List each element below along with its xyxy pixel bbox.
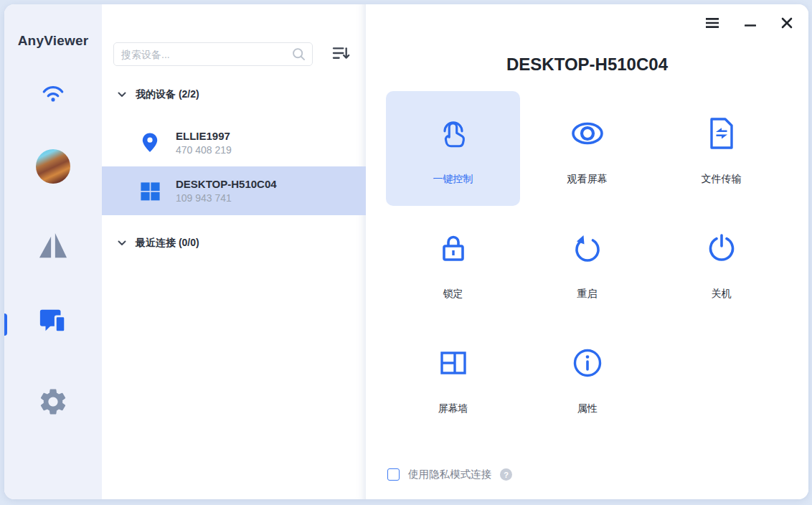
sidebar-item-devices[interactable] xyxy=(37,306,70,339)
close-icon xyxy=(781,17,793,31)
privacy-mode-row: 使用隐私模式连接 ? xyxy=(387,468,512,481)
device-info: ELLIE1997 470 408 219 xyxy=(176,130,232,156)
device-name: DESKTOP-H510C04 xyxy=(176,178,277,190)
close-button[interactable] xyxy=(780,16,794,32)
restart-icon xyxy=(572,230,603,266)
search-box xyxy=(113,42,313,66)
sidebar-item-mirror[interactable] xyxy=(37,232,69,263)
device-row-ellie1997[interactable]: ELLIE1997 470 408 219 xyxy=(102,119,366,166)
mirror-triangles-icon xyxy=(37,232,69,263)
location-pin-icon xyxy=(138,132,161,154)
device-row-desktop-h510c04[interactable]: DESKTOP-H510C04 109 943 741 xyxy=(102,166,366,215)
action-properties[interactable]: 属性 xyxy=(520,321,654,435)
action-label: 属性 xyxy=(577,402,598,415)
action-label: 重启 xyxy=(577,288,598,301)
active-nav-indicator xyxy=(4,313,7,336)
search-icon xyxy=(292,47,306,61)
action-restart[interactable]: 重启 xyxy=(520,206,654,321)
minimize-button[interactable] xyxy=(743,16,757,32)
action-label: 文件传输 xyxy=(702,173,742,186)
anyviewer-window: AnyViewer xyxy=(4,4,808,499)
window-controls xyxy=(704,16,794,32)
action-shutdown[interactable]: 关机 xyxy=(654,206,788,321)
action-one-click-control[interactable]: 一键控制 xyxy=(386,91,520,206)
devices-icon xyxy=(37,306,70,339)
device-id: 109 943 741 xyxy=(176,192,277,204)
screen-wall-icon xyxy=(438,345,469,381)
sidebar: AnyViewer xyxy=(4,4,102,499)
sidebar-item-account[interactable] xyxy=(36,149,70,184)
menu-icon xyxy=(705,17,719,31)
chevron-down-icon xyxy=(118,240,126,246)
chevron-down-icon xyxy=(118,92,126,98)
sort-list-button[interactable] xyxy=(330,45,351,64)
action-label: 关机 xyxy=(712,288,732,301)
user-avatar xyxy=(36,149,70,184)
action-label: 一键控制 xyxy=(433,173,473,186)
info-icon xyxy=(572,345,603,381)
selected-device-title: DESKTOP-H510C04 xyxy=(366,55,808,75)
action-file-transfer[interactable]: 文件传输 xyxy=(654,91,788,206)
action-screen-wall[interactable]: 屏幕墙 xyxy=(386,321,520,435)
device-id: 470 408 219 xyxy=(176,144,232,156)
sort-list-icon xyxy=(332,45,350,64)
menu-button[interactable] xyxy=(704,16,721,32)
app-logo: AnyViewer xyxy=(4,33,102,49)
sidebar-item-connection[interactable] xyxy=(41,82,65,105)
power-icon xyxy=(706,230,737,266)
action-label: 屏幕墙 xyxy=(438,402,468,415)
windows-logo-icon xyxy=(138,180,161,202)
lock-icon xyxy=(438,230,469,266)
privacy-mode-checkbox[interactable] xyxy=(387,468,400,481)
action-view-screen[interactable]: 观看屏幕 xyxy=(520,91,654,206)
group-label: 我的设备 (2/2) xyxy=(136,88,199,101)
search-input[interactable] xyxy=(114,49,292,60)
device-list-panel: 我的设备 (2/2) ELLIE1997 470 408 219 xyxy=(102,4,366,499)
group-label: 最近连接 (0/0) xyxy=(136,237,199,250)
action-grid: 一键控制 观看屏幕 xyxy=(386,91,788,435)
device-info: DESKTOP-H510C04 109 943 741 xyxy=(176,178,277,204)
view-screen-icon xyxy=(571,115,604,151)
group-recent-connections[interactable]: 最近连接 (0/0) xyxy=(118,237,199,250)
minimize-icon xyxy=(745,17,756,31)
group-my-devices[interactable]: 我的设备 (2/2) xyxy=(118,88,199,101)
one-click-control-icon xyxy=(437,115,470,151)
privacy-mode-label: 使用隐私模式连接 xyxy=(408,468,491,481)
help-icon[interactable]: ? xyxy=(500,468,512,481)
device-name: ELLIE1997 xyxy=(176,130,232,142)
gear-icon xyxy=(37,386,69,420)
action-label: 锁定 xyxy=(443,288,463,301)
action-label: 观看屏幕 xyxy=(567,173,608,186)
action-lock[interactable]: 锁定 xyxy=(386,206,520,321)
sidebar-item-settings[interactable] xyxy=(37,386,69,420)
wifi-icon xyxy=(41,82,65,105)
main-panel: DESKTOP-H510C04 一键控制 观看 xyxy=(366,4,808,499)
file-transfer-icon xyxy=(707,115,736,151)
